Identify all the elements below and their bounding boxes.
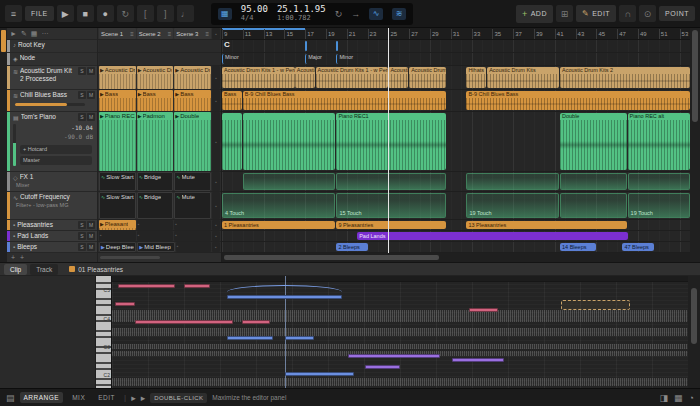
output-master[interactable]: Master [20,156,92,165]
track-stop-button[interactable]: ▪ [212,231,220,241]
launcher-slot-empty[interactable]: ▪ [137,231,174,241]
track-chill-blues-bass[interactable]: ≋ Chill Blues Bass SM [7,90,97,112]
track-stop-button[interactable]: ▪ [212,242,220,252]
scrollbar-thumb[interactable] [224,255,439,260]
launcher-clip[interactable]: ▶Deep Bleep [99,242,136,252]
track-pleasantries[interactable]: ▪ Pleasantries SM [7,220,97,231]
launcher-clip[interactable]: ▶Bass [174,90,211,111]
groove-icon[interactable]: ≋ [392,8,406,20]
scrollbar-thumb[interactable] [691,288,697,344]
arranger-clip[interactable]: 1 Pleasantries [222,221,335,229]
file-button[interactable]: FILE [25,6,54,21]
track-pad-lands[interactable]: ▪ Pad Lands SM [7,231,97,242]
launcher-clip[interactable]: ∿Mute [174,172,211,191]
pointer-tool-icon[interactable]: ► [10,30,17,37]
arranger-clip[interactable]: Acoustic Drum Kits 1 - w Perc [222,67,295,88]
scrollbar-thumb[interactable] [692,30,698,122]
mute-button[interactable]: M [87,91,95,99]
tab-clip[interactable]: Clip [4,264,27,275]
track-stop-button[interactable]: ▪ [212,172,220,191]
pitch-curve[interactable] [227,285,342,292]
vertical-scrollbar[interactable] [690,28,700,262]
arranger-clip[interactable]: 13 Pleasantries [466,221,626,229]
launcher-clip[interactable]: ▶Pleasant [99,220,136,230]
draw-tool-icon[interactable]: ✎ [21,30,27,38]
arranger-clip[interactable]: Acoustic Drum Kits 2 [560,67,690,88]
add-button[interactable]: +ADD [516,5,553,23]
selection-ghost[interactable] [561,300,630,310]
arranger-clip[interactable] [628,173,690,190]
track-stop-button[interactable]: ▪ [212,66,220,89]
tab-edit[interactable]: EDIT [94,392,119,403]
arranger-clip[interactable]: 19 Touch [628,193,690,218]
mute-button[interactable]: M [87,232,95,240]
track-toms-piano[interactable]: ▤ Tom's Piano SM -10.04 -90.0 dB + Hotca… [7,112,97,172]
launcher-slot-empty[interactable]: ▪ [174,220,211,230]
launcher-clip[interactable]: ∿Mute [174,192,211,219]
arranger-clip[interactable]: 19 Touch [466,193,559,218]
scene-1-header[interactable]: Scene 1≡ [99,28,136,39]
arranger-clip[interactable]: Acoustic D [388,67,408,88]
mute-button[interactable]: M [87,243,95,251]
track-stop-button[interactable]: ▪ [212,90,220,111]
send-hotcard[interactable]: + Hotcard [20,145,92,154]
arranger-clip[interactable]: 4 Touch [222,193,335,218]
keyboard-icon[interactable]: ▤ [6,393,15,403]
launcher-clip[interactable]: ∿Bridge [137,172,174,191]
arranger-timeline[interactable]: 9111315171921232527293133353739414345474… [222,28,690,262]
settings-icon[interactable]: ⊙ [639,5,656,22]
stop-button[interactable]: ■ [77,5,94,22]
launcher-slot-empty[interactable]: ▪ [99,231,136,241]
volume-mini-fader[interactable] [15,103,85,106]
arranger-clip[interactable]: Acoustic Drum Kits [487,67,559,88]
magnet-icon[interactable]: ∩ [619,5,636,22]
midi-note[interactable] [184,284,210,288]
midi-note[interactable] [285,372,354,376]
arranger-clip[interactable]: 15 Touch [336,193,445,218]
arranger-clip[interactable]: Double [560,113,627,170]
arranger-lane-piano[interactable]: Piano REC1DoublePiano REC alt [222,112,690,172]
launcher-clip[interactable]: ▶Acoustic Dr [99,66,136,89]
tab-track[interactable]: Track [30,264,58,275]
launcher-clip[interactable]: ▶Bass [99,90,136,111]
midi-note[interactable] [469,308,498,312]
arranger-clip[interactable] [466,173,559,190]
launcher-slot-empty[interactable]: ▪ [176,242,211,252]
launcher-clip[interactable]: ∿Slow Start [99,172,136,191]
arranger-lane-node[interactable]: MinorMajorMinor [222,53,690,66]
arranger-clip[interactable]: Piano REC1 [336,113,445,170]
arranger-clip[interactable]: B-9 Chill Blues Bass [243,91,446,110]
launcher-clip[interactable]: ▶Double [174,112,211,171]
solo-button[interactable]: S [78,113,86,121]
cpu-meter-icon[interactable]: ◔ [689,393,694,403]
punch-in-icon[interactable]: [ [137,5,154,22]
midi-note[interactable] [285,336,314,340]
arranger-clip[interactable] [243,173,336,190]
arranger-clip[interactable] [222,113,242,170]
launcher-clip[interactable]: ▶Acoustic Dr [137,66,174,89]
play-button[interactable]: ▶ [57,5,74,22]
menu-icon[interactable]: ≡ [5,5,22,22]
track-stop-button[interactable]: ▪ [212,192,220,219]
arranger-lane-bleeps[interactable]: 2 Bleeps14 Bleeps47 Bleeps [222,242,690,253]
follow-playhead-icon[interactable]: → [351,9,360,19]
launcher-clip[interactable]: ▶Acoustic Dr [174,66,211,89]
launcher-clip[interactable]: ∿Slow Start [99,192,136,219]
track-stop-button[interactable]: ▪ [212,220,220,230]
expand-icon[interactable]: ▸ [141,393,146,403]
midi-note[interactable] [135,320,233,324]
launcher-quantize-icon[interactable]: ▦ [218,8,232,20]
launcher-slot-empty[interactable]: ▪ [137,220,174,230]
loop-toggle-icon[interactable]: ↻ [117,5,134,22]
arranger-clip[interactable]: Major [305,54,335,64]
solo-button[interactable]: S [78,232,86,240]
panel-toggle-icon[interactable]: ◨ [660,393,669,403]
arranger-clip[interactable] [305,41,307,51]
track-fx1[interactable]: ◇ FX 1 Mixer [7,172,97,192]
mute-button[interactable]: M [87,221,95,229]
arranger-clip[interactable]: Acoustic Drum [409,67,445,88]
midi-note[interactable] [227,336,273,340]
arranger-clip[interactable]: 2 Bleeps [336,243,367,251]
scene-3-header[interactable]: Scene 3≡ [174,28,211,39]
tab-mix[interactable]: MIX [68,392,89,403]
